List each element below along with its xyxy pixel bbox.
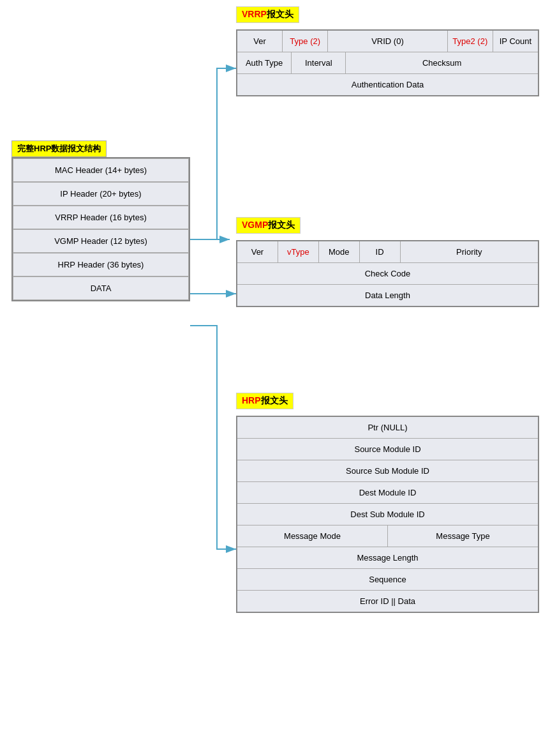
vrrp-type: Type (2) xyxy=(283,31,328,52)
list-item: MAC Header (14+ bytes) xyxy=(13,158,189,182)
hrp-message-row: Message Mode Message Type xyxy=(237,525,538,547)
hrp-dest-sub-module: Dest Sub Module ID xyxy=(237,504,538,525)
vrrp-row1: Ver Type (2) VRID (0) Type2 (2) IP Count xyxy=(237,31,538,52)
list-item: VRRP Header (16 bytes) xyxy=(13,206,189,229)
hrp-label: HRP报文头 xyxy=(236,393,293,409)
packet-structure: 完整HRP数据报文结构 MAC Header (14+ bytes) IP He… xyxy=(11,140,190,301)
vgmp-checkcode: Check Code xyxy=(237,263,538,285)
vrrp-auth-data: Authentication Data xyxy=(237,74,538,95)
hrp-source-module: Source Module ID xyxy=(237,439,538,460)
vgmp-vtype: vType xyxy=(278,241,319,262)
packet-structure-label: 完整HRP数据报文结构 xyxy=(11,140,107,157)
vrrp-vrid: VRID (0) xyxy=(328,31,447,52)
vrrp-interval: Interval xyxy=(292,52,346,73)
vgmp-label: VGMP报文头 xyxy=(236,217,301,234)
vrrp-header-box: Ver Type (2) VRID (0) Type2 (2) IP Count… xyxy=(236,29,539,96)
vrrp-ipcount: IP Count xyxy=(493,31,538,52)
list-item: HRP Header (36 bytes) xyxy=(13,253,189,276)
hrp-message-mode: Message Mode xyxy=(237,525,388,547)
vgmp-datalength: Data Length xyxy=(237,285,538,306)
hrp-label-suffix: 报文头 xyxy=(261,395,288,405)
list-item: IP Header (20+ bytes) xyxy=(13,182,189,206)
hrp-header-box: Ptr (NULL) Source Module ID Source Sub M… xyxy=(236,416,539,613)
vrrp-row2: Auth Type Interval Checksum xyxy=(237,52,538,74)
hrp-ptr: Ptr (NULL) xyxy=(237,417,538,439)
vgmp-section: VGMP报文头 Ver vType Mode ID Priority Check… xyxy=(236,217,539,307)
vgmp-mode: Mode xyxy=(319,241,360,262)
packet-box: MAC Header (14+ bytes) IP Header (20+ by… xyxy=(11,157,190,301)
vgmp-label-highlight: VGMP xyxy=(242,220,268,230)
vrrp-authtype: Auth Type xyxy=(237,52,292,73)
hrp-sequence: Sequence xyxy=(237,569,538,591)
vgmp-id: ID xyxy=(360,241,401,262)
hrp-dest-module: Dest Module ID xyxy=(237,482,538,504)
hrp-error-id: Error ID || Data xyxy=(237,591,538,612)
vgmp-ver: Ver xyxy=(237,241,278,262)
list-item: DATA xyxy=(13,276,189,300)
vgmp-row1: Ver vType Mode ID Priority xyxy=(237,241,538,263)
packet-label-highlight: HRP xyxy=(34,144,51,153)
hrp-message-length: Message Length xyxy=(237,547,538,569)
list-item: VGMP Header (12 bytes) xyxy=(13,229,189,253)
page-container: 完整HRP数据报文结构 MAC Header (14+ bytes) IP He… xyxy=(0,0,557,756)
vrrp-label-highlight: VRRP xyxy=(242,9,267,19)
hrp-source-sub-module: Source Sub Module ID xyxy=(237,460,538,482)
vgmp-label-suffix: 报文头 xyxy=(268,220,295,230)
hrp-label-highlight: HRP xyxy=(242,395,261,405)
packet-label-prefix: 完整 xyxy=(17,144,34,153)
vrrp-label-suffix: 报文头 xyxy=(267,9,293,19)
vrrp-label: VRRP报文头 xyxy=(236,6,299,23)
packet-label-suffix: 数据报文结构 xyxy=(51,144,101,153)
hrp-section: HRP报文头 Ptr (NULL) Source Module ID Sourc… xyxy=(236,393,539,613)
vgmp-header-box: Ver vType Mode ID Priority Check Code Da… xyxy=(236,240,539,307)
vrrp-type2: Type2 (2) xyxy=(448,31,493,52)
vrrp-section: VRRP报文头 Ver Type (2) VRID (0) Type2 (2) … xyxy=(236,6,539,96)
vrrp-checksum: Checksum xyxy=(346,52,538,73)
connector-svg xyxy=(0,0,557,756)
vgmp-priority: Priority xyxy=(401,241,538,262)
vrrp-ver: Ver xyxy=(237,31,283,52)
hrp-message-type: Message Type xyxy=(388,525,538,547)
